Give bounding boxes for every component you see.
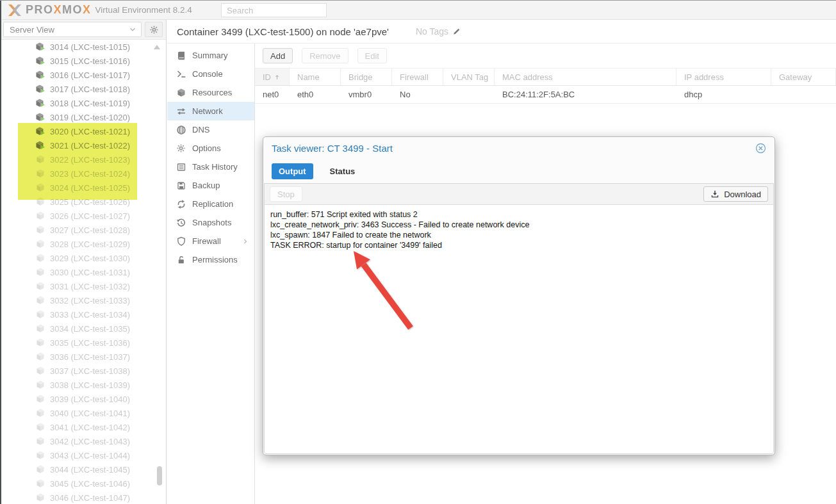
tree-item-ct-3019[interactable]: 3019 (LXC-test-1020) [0, 110, 166, 124]
tree-item-ct-3045[interactable]: 3045 (LXC-test-1046) [0, 476, 166, 491]
column-header-label: ID [263, 72, 271, 82]
tree-item-ct-3031[interactable]: 3031 (LXC-test-1032) [0, 279, 166, 293]
cell-id: net0 [255, 86, 290, 103]
network-icon [176, 106, 186, 117]
view-selector[interactable]: Server View [3, 22, 142, 37]
ct-status-icon [35, 154, 45, 165]
nav-item-replication[interactable]: Replication [167, 195, 254, 213]
terminal-icon [176, 69, 186, 79]
nav-item-permissions[interactable]: Permissions [167, 250, 254, 269]
column-header-vlan-tag[interactable]: VLAN Tag [443, 69, 495, 85]
column-header-label: Bridge [348, 72, 373, 82]
shield-icon [176, 236, 186, 247]
globe-icon [176, 125, 186, 135]
tree-item-label: 3031 (LXC-test-1032) [50, 282, 130, 291]
tree-item-ct-3038[interactable]: 3038 (LXC-test-1039) [0, 378, 166, 392]
column-header-firewall[interactable]: Firewall [392, 69, 443, 85]
task-log-output[interactable]: run_buffer: 571 Script exited with statu… [265, 205, 773, 453]
tree-item-ct-3040[interactable]: 3040 (LXC-test-1041) [0, 406, 166, 420]
column-header-id[interactable]: ID [255, 69, 290, 85]
gear-icon [176, 143, 186, 154]
tree-item-ct-3027[interactable]: 3027 (LXC-test-1028) [0, 223, 166, 237]
no-tags-label: No Tags [416, 26, 448, 37]
network-table-body: net0eth0vmbr0NoBC:24:11:2F:5A:BCdhcp [255, 86, 836, 104]
tree-item-label: 3026 (LXC-test-1027) [50, 211, 130, 221]
log-line: TASK ERROR: startup for container '3499'… [270, 240, 767, 250]
nav-item-dns[interactable]: DNS [167, 120, 254, 139]
product-version: Virtual Environment 8.2.4 [95, 5, 192, 15]
tree-item-ct-3030[interactable]: 3030 (LXC-test-1031) [0, 265, 166, 279]
nav-item-firewall[interactable]: Firewall [167, 232, 254, 250]
tree-item-ct-3016[interactable]: 3016 (LXC-test-1017) [0, 68, 166, 82]
nav-item-network[interactable]: Network [167, 102, 254, 120]
tree-item-ct-3041[interactable]: 3041 (LXC-test-1042) [0, 420, 166, 434]
tree-item-label: 3020 (LXC-test-1021) [50, 127, 130, 136]
ct-status-icon [35, 295, 45, 305]
tree-item-ct-3036[interactable]: 3036 (LXC-test-1037) [0, 350, 166, 364]
cell-name: eth0 [290, 86, 341, 103]
nav-item-summary[interactable]: Summary [167, 46, 254, 65]
tree-item-ct-3037[interactable]: 3037 (LXC-test-1038) [0, 364, 166, 378]
tree-item-ct-3046[interactable]: 3046 (LXC-test-1047) [0, 491, 166, 504]
column-header-ip-address[interactable]: IP address [676, 69, 771, 85]
nav-item-resources[interactable]: Resources [167, 83, 254, 102]
scroll-up-icon[interactable] [154, 45, 160, 49]
task-viewer-header[interactable]: Task viewer: CT 3499 - Start [263, 137, 775, 159]
tree-item-ct-3042[interactable]: 3042 (LXC-test-1043) [0, 434, 166, 448]
tree-item-ct-3035[interactable]: 3035 (LXC-test-1036) [0, 336, 166, 350]
column-header-bridge[interactable]: Bridge [341, 69, 392, 85]
sidebar-settings-button[interactable] [145, 22, 163, 37]
edit-button[interactable]: Edit [357, 48, 387, 63]
history-icon [176, 218, 186, 228]
ct-status-icon [35, 98, 45, 108]
nav-item-options[interactable]: Options [167, 139, 254, 158]
network-table-header: IDNameBridgeFirewallVLAN TagMAC addressI… [255, 68, 836, 86]
column-header-name[interactable]: Name [290, 69, 341, 85]
tree-item-ct-3044[interactable]: 3044 (LXC-test-1045) [0, 462, 166, 476]
column-header-mac-address[interactable]: MAC address [495, 69, 676, 85]
column-header-label: Firewall [400, 72, 429, 82]
tree-item-ct-3018[interactable]: 3018 (LXC-test-1019) [0, 96, 166, 110]
tree-item-ct-3028[interactable]: 3028 (LXC-test-1029) [0, 237, 166, 251]
tree-item-ct-3017[interactable]: 3017 (LXC-test-1018) [0, 82, 166, 96]
ct-status-icon [35, 281, 45, 291]
nav-item-task-history[interactable]: Task History [167, 158, 254, 176]
column-header-gateway[interactable]: Gateway [771, 69, 836, 85]
tree-item-ct-3023[interactable]: 3023 (LXC-test-1024) [0, 167, 166, 181]
add-button[interactable]: Add [263, 48, 293, 63]
nav-item-snapshots[interactable]: Snapshots [167, 213, 254, 232]
tree-item-ct-3022[interactable]: 3022 (LXC-test-1023) [0, 152, 166, 167]
tab-output[interactable]: Output [272, 163, 313, 179]
tree-item-ct-3020[interactable]: 3020 (LXC-test-1021) [0, 124, 166, 138]
nav-item-backup[interactable]: Backup [167, 176, 254, 195]
tree-item-ct-3039[interactable]: 3039 (LXC-test-1040) [0, 392, 166, 406]
tree-item-ct-3034[interactable]: 3034 (LXC-test-1035) [0, 321, 166, 336]
tree-scrollbar-thumb[interactable] [157, 466, 162, 485]
table-row-net0[interactable]: net0eth0vmbr0NoBC:24:11:2F:5A:BCdhcp [255, 86, 836, 104]
tree-item-ct-3026[interactable]: 3026 (LXC-test-1027) [0, 209, 166, 223]
book-icon [176, 51, 186, 61]
nav-item-label: Firewall [192, 236, 221, 246]
ct-status-icon [35, 366, 45, 376]
nav-item-console[interactable]: Console [167, 65, 254, 83]
tree-item-ct-3032[interactable]: 3032 (LXC-test-1033) [0, 293, 166, 307]
ct-status-icon [35, 112, 45, 122]
tree-item-ct-3029[interactable]: 3029 (LXC-test-1030) [0, 251, 166, 265]
tags-area[interactable]: No Tags [416, 26, 461, 37]
tree-item-ct-3024[interactable]: 3024 (LXC-test-1025) [0, 181, 166, 195]
stop-button[interactable]: Stop [270, 186, 302, 202]
search-input[interactable] [221, 3, 327, 17]
remove-button[interactable]: Remove [302, 48, 348, 63]
tree-item-ct-3043[interactable]: 3043 (LXC-test-1044) [0, 448, 166, 462]
tree-item-ct-3033[interactable]: 3033 (LXC-test-1034) [0, 307, 166, 321]
tree-item-label: 3022 (LXC-test-1023) [50, 155, 130, 165]
close-icon[interactable] [755, 143, 766, 154]
tab-status[interactable]: Status [323, 163, 363, 179]
tree-item-ct-3015[interactable]: 3015 (LXC-test-1016) [0, 54, 166, 68]
edit-tags-icon[interactable] [452, 27, 461, 36]
ct-status-icon [35, 211, 45, 221]
download-button[interactable]: Download [703, 186, 768, 202]
tree-item-ct-3021[interactable]: 3021 (LXC-test-1022) [0, 138, 166, 152]
tree-item-ct-3025[interactable]: 3025 (LXC-test-1026) [0, 195, 166, 209]
tree-item-ct-3014[interactable]: 3014 (LXC-test-1015) [0, 40, 166, 54]
